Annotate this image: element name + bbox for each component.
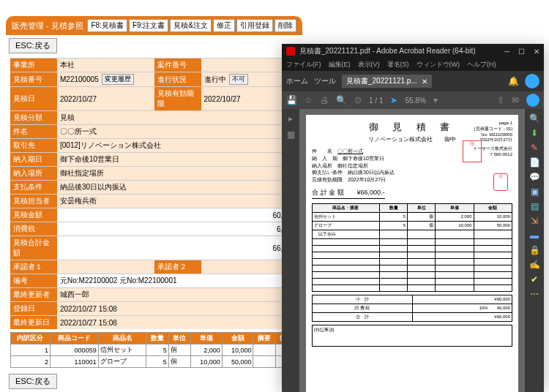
export-icon[interactable]: ⬇ — [531, 128, 538, 138]
minimize-icon[interactable]: ─ — [504, 48, 509, 56]
selection-icon[interactable]: ➤ — [390, 95, 397, 105]
acrobat-title-text: 見積書_20221121.pdf - Adobe Acrobat Reader … — [299, 46, 476, 56]
user-badge-icon[interactable] — [526, 94, 539, 107]
avatar[interactable] — [525, 74, 539, 88]
detail-header: 内訳区分 — [11, 333, 51, 344]
table-row[interactable]: 1000059信州セット5個2,00010,000 — [11, 344, 298, 356]
detail-header: 金額 — [222, 333, 253, 344]
thumbnails-icon[interactable]: ▦ — [287, 129, 295, 140]
val-place: 御社指定場所 — [57, 167, 298, 180]
pdf-code: [見積書コード：01] — [473, 127, 512, 132]
lbl-total: 見積合計金額 — [10, 236, 57, 260]
esc-button-bottom[interactable]: ESC:戻る — [9, 374, 57, 389]
menu-window[interactable]: ウィンドウ(W) — [417, 60, 460, 69]
btn-both[interactable]: 見積&注文 — [170, 19, 212, 32]
comment-icon[interactable]: 💬 — [529, 172, 540, 182]
create-pdf-icon[interactable]: 📄 — [529, 157, 540, 167]
val-amt: 60,000 — [57, 208, 298, 222]
esc-button-top[interactable]: ESC:戻る — [9, 38, 57, 53]
page-up-icon[interactable]: ⊙ — [354, 95, 362, 105]
detail-header: 単価 — [190, 333, 222, 344]
close-icon[interactable]: ✕ — [534, 48, 539, 56]
zoom-dropdown-icon[interactable]: ▾ — [433, 95, 438, 105]
bell-icon[interactable]: 🔔 — [508, 76, 519, 86]
redact-icon[interactable]: ▬ — [530, 230, 539, 241]
share-icon[interactable]: ⇪ — [497, 95, 504, 105]
edit-pdf-icon[interactable]: ✎ — [531, 143, 538, 153]
btn-f8[interactable]: F8:見積書 — [87, 19, 127, 32]
lbl-estdate: 見積日 — [10, 87, 57, 110]
lbl-pay: 支払条件 — [10, 181, 57, 194]
search-tool-icon[interactable]: 🔍 — [529, 113, 540, 124]
acrobat-menu: ファイル(F) 編集(E) 表示(V) 署名(S) ウィンドウ(W) ヘルプ(H… — [282, 59, 544, 71]
lbl-class: 見積分類 — [10, 111, 57, 124]
acrobat-titlebar: 見積書_20221121.pdf - Adobe Acrobat Reader … — [282, 44, 544, 59]
val-class: 見積 — [57, 111, 298, 124]
pdf-special: [特記事項] — [312, 325, 512, 347]
page-indicator: 1 / 1 — [369, 97, 383, 105]
pdf-valid: 2022年10月27日 — [348, 177, 386, 182]
pdf-docno: No. M22100005 — [473, 132, 512, 138]
organize-icon[interactable]: ▤ — [531, 201, 539, 211]
more-tools-icon[interactable]: ⋯ — [530, 289, 539, 299]
lbl-subject: 件名 — [10, 125, 57, 138]
btn-edit[interactable]: 修正 — [213, 19, 235, 32]
detail-header: 摘要 — [253, 333, 275, 344]
title-text: 販売管理 - 見積参照 — [12, 20, 83, 31]
pdf-table: 商品名・摘要数量単位単価金額 信州セット5個2,00010,000グローブ5個1… — [312, 203, 512, 292]
pdf-subject-l: 件 名 — [312, 148, 332, 154]
star-icon[interactable]: ☆ — [305, 95, 313, 105]
btn-quote[interactable]: 引用登録 — [236, 19, 273, 32]
menu-view[interactable]: 表示(V) — [358, 60, 380, 69]
acrobat-right-panel: 🔍 ⬇ ✎ 📄 💬 ▣ ▤ ⇲ ▬ 🔒 ✍ ✔ ⋯ → — [525, 109, 544, 392]
val-deliv: 御下命後10営業日 — [57, 153, 298, 166]
menu-help[interactable]: ヘルプ(H) — [467, 60, 496, 69]
protect-icon[interactable]: 🔒 — [529, 245, 540, 255]
form-grid: 事業所本社案件番号 見積番号M22100005変更履歴進行状況進行中不可 見積日… — [10, 58, 298, 329]
lbl-case: 案件番号 — [154, 59, 201, 72]
val-subject: 〇〇所一式 — [57, 125, 298, 138]
tab-home[interactable]: ホーム — [286, 76, 308, 86]
lbl-regdate: 登録日 — [10, 302, 57, 315]
history-button[interactable]: 変更履歴 — [102, 74, 134, 85]
lbl-upddate: 最終更新日 — [10, 316, 57, 329]
val-estdate: 2022/10/27 — [57, 87, 154, 110]
tab-document[interactable]: 見積書_20221121.p...✕ — [342, 75, 432, 88]
panel-toggle-icon[interactable]: ▸ — [288, 113, 293, 124]
lbl-remark: 備考 — [10, 274, 57, 287]
btn-delete[interactable]: 削除 — [274, 19, 296, 32]
signature-icon[interactable]: ✔ — [531, 274, 538, 284]
zoom-level: 55.8% — [405, 97, 425, 105]
menu-sign[interactable]: 署名(S) — [387, 60, 409, 69]
combine-icon[interactable]: ▣ — [531, 186, 539, 197]
tab-close-icon[interactable]: ✕ — [422, 78, 427, 86]
acrobat-page-area[interactable]: page 1 [見積書コード：01] No. M22100005 2022年10… — [299, 109, 525, 392]
btn-f9[interactable]: F9:注文書 — [129, 19, 168, 32]
save-icon[interactable]: 💾 — [286, 95, 297, 105]
table-row[interactable]: 2110001グローブ5個10,00050,000 — [11, 356, 298, 368]
tab-tool[interactable]: ツール — [314, 76, 336, 86]
detail-header: 商品名 — [98, 333, 146, 344]
detail-header: 単位 — [168, 333, 190, 344]
pdf-deliv: 御下命後10営業日 — [343, 156, 384, 161]
compress-icon[interactable]: ⇲ — [531, 216, 538, 226]
mail-icon[interactable]: ✉ — [512, 95, 519, 105]
pdf-stamp2: 印 — [493, 173, 508, 191]
lbl-tax: 消費税 — [10, 222, 57, 235]
pdf-subject: 〇〇所一式 — [337, 148, 363, 154]
menu-file[interactable]: ファイル(F) — [286, 60, 321, 69]
detail-header: 商品コード — [50, 333, 98, 344]
maximize-icon[interactable]: ☐ — [518, 48, 525, 56]
pdf-pageno: page 1 — [473, 121, 512, 127]
fill-sign-icon[interactable]: ✍ — [529, 260, 540, 270]
print-icon[interactable]: 🖨 — [320, 95, 329, 105]
menu-edit[interactable]: 編集(E) — [329, 60, 351, 69]
fuka-button[interactable]: 不可 — [229, 74, 248, 85]
val-regdate: 2022/10/27 15:08 — [57, 302, 298, 315]
val-updater: 城西一郎 — [57, 288, 298, 301]
search-icon[interactable]: 🔍 — [336, 95, 347, 105]
lbl-status: 進行状況 — [154, 72, 201, 86]
lbl-appr1: 承認者１ — [10, 260, 57, 274]
acrobat-left-panel: ▸ ▦ — [282, 109, 299, 392]
pdf-total-l: 合 計 金 額 — [312, 189, 344, 196]
